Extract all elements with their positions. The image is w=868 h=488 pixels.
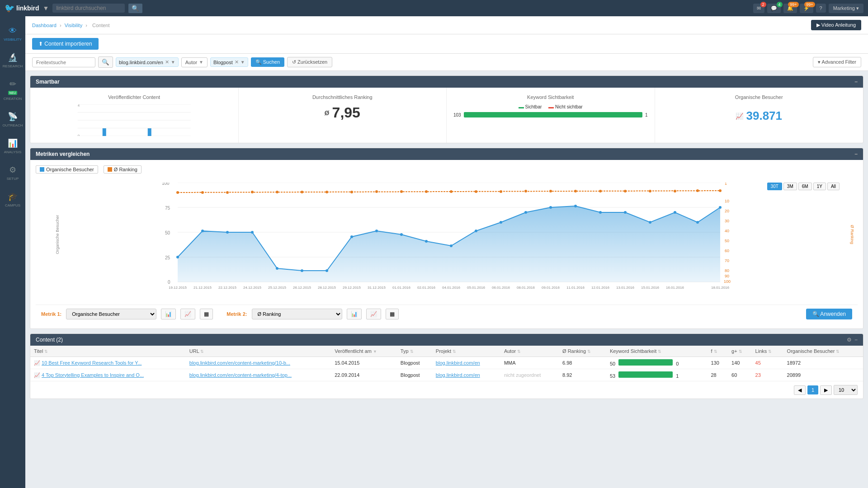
sort-titel-icon[interactable]: ⇅ — [44, 349, 48, 354]
reset-button[interactable]: ↺ Zurücksetzen — [287, 57, 332, 67]
chat-notifications-button[interactable]: 💬 4 — [767, 4, 781, 13]
bell-notifications-button[interactable]: 🔔 99+ — [783, 4, 797, 13]
sort-autor-icon[interactable]: ⇅ — [517, 349, 521, 354]
projekt-link-0[interactable]: blog.linkbird.com/en — [436, 360, 480, 366]
sidebar-item-creation[interactable]: ✏ NEU CREATION — [0, 74, 25, 106]
content-collapse-button[interactable]: − — [854, 337, 858, 343]
svg-point-82 — [696, 189, 699, 192]
content-area: Dashboard › Visibility › Content ▶ Video… — [25, 16, 868, 488]
content-section: Content (2) ⚙ − Titel ⇅ URL ⇅ Veröffentl… — [30, 333, 863, 399]
freitext-search-input[interactable] — [32, 57, 95, 67]
time-btn-3m[interactable]: 3M — [783, 183, 797, 190]
projekt-link-1[interactable]: blog.linkbird.com/en — [436, 372, 480, 378]
content-import-button[interactable]: ⬆ Content importieren — [32, 38, 99, 50]
sort-projekt-icon[interactable]: ⇅ — [453, 349, 456, 354]
svg-text:12.01.2016: 12.01.2016 — [591, 286, 610, 290]
domain-filter-tag[interactable]: blog.linkbird.com/en ✕ ▼ — [116, 57, 179, 67]
kw-legend: Sichtbar Nicht sichtbar — [453, 104, 648, 109]
advanced-filter-button[interactable]: ▾ Advanced Filter — [813, 57, 861, 67]
metrik2-line-chart-button[interactable]: 📈 — [366, 309, 381, 319]
sidebar-item-setup[interactable]: ⚙ SETUP — [0, 160, 25, 186]
lightning-notifications-button[interactable]: ⚡ 99+ — [800, 4, 813, 13]
sort-fb-icon[interactable]: ⇅ — [714, 349, 717, 354]
prev-page-button[interactable]: ◀ — [794, 385, 806, 395]
global-search-button[interactable]: 🔍 — [128, 4, 142, 13]
svg-point-81 — [674, 190, 676, 192]
sort-date-icon[interactable]: ▼ — [373, 349, 377, 354]
sort-ranking-icon[interactable]: ⇅ — [587, 349, 591, 354]
time-btn-30t[interactable]: 30T — [767, 183, 782, 190]
time-btn-all[interactable]: All — [827, 183, 840, 190]
logo-text: linkbird — [16, 5, 39, 12]
sidebar-item-analysis[interactable]: 📊 ANALYSIS — [0, 133, 25, 160]
sidebar-item-research[interactable]: 🔬 RESEARCH — [0, 47, 25, 74]
typ-filter-remove[interactable]: ✕ — [235, 59, 239, 65]
sidebar-item-outreach[interactable]: 📡 OUTREACH — [0, 106, 25, 133]
titel-link-1[interactable]: 4 Top Storytelling Examples to Inspire a… — [42, 372, 144, 378]
anwenden-button[interactable]: 🔍 Anwenden — [806, 309, 852, 319]
metrik1-line-chart-button[interactable]: 📈 — [180, 309, 195, 319]
current-page-button[interactable]: 1 — [807, 385, 818, 394]
setup-icon: ⚙ — [9, 165, 16, 175]
metriken-title: Metriken vergleichen — [36, 151, 90, 157]
help-button[interactable]: ? — [816, 4, 826, 13]
sort-gplus-icon[interactable]: ⇅ — [739, 349, 742, 354]
time-btn-1y[interactable]: 1Y — [813, 183, 826, 190]
domain-filter-arrow[interactable]: ▼ — [171, 60, 175, 65]
typ-filter-arrow[interactable]: ▼ — [241, 60, 245, 65]
url-link-1[interactable]: blog.linkbird.com/en/content-marketing/4… — [189, 372, 292, 378]
sidebar-item-visibility[interactable]: 👁 VISIBILITY — [0, 21, 25, 47]
breadcrumb-dashboard[interactable]: Dashboard — [32, 23, 57, 28]
autor-filter[interactable]: Autor ▼ — [181, 57, 208, 67]
metrik2-select[interactable]: Ø RankingOrganische BesucherSichtbarkeit — [252, 309, 342, 319]
svg-point-62 — [201, 191, 204, 194]
avg-ranking-number: 7,95 — [332, 104, 360, 121]
user-menu-button[interactable]: Marketing ▾ — [829, 4, 863, 13]
avg-ranking-cell: Durchschnittliches Ranking ø 7,95 — [239, 88, 447, 143]
sort-links-icon[interactable]: ⇅ — [768, 349, 772, 354]
domain-filter-remove[interactable]: ✕ — [165, 59, 169, 65]
smartbar-header: Smartbar − — [30, 76, 863, 88]
sort-organic-icon[interactable]: ⇅ — [836, 349, 840, 354]
filter-icon[interactable]: ▼ — [43, 5, 49, 12]
global-search-input[interactable] — [52, 4, 125, 13]
kw-extra-1: 1 — [676, 373, 679, 379]
svg-point-83 — [719, 189, 722, 192]
topbar: 🐦 linkbird ▼ 🔍 ✉ 2 💬 4 🔔 99+ ⚡ 99+ ? Mar… — [0, 0, 868, 16]
metrik1-area-chart-button[interactable]: ▦ — [200, 309, 213, 319]
time-btn-6m[interactable]: 6M — [798, 183, 812, 190]
sort-url-icon[interactable]: ⇅ — [200, 349, 204, 354]
metrik2-area-chart-button[interactable]: ▦ — [386, 309, 399, 319]
sidebar-item-campus[interactable]: 🎓 CAMPUS — [0, 186, 25, 213]
page-size-select[interactable]: 10 25 50 100 — [834, 385, 858, 395]
typ-filter-tag[interactable]: Blogpost ✕ ▼ — [210, 57, 248, 67]
new-badge: NEU — [8, 91, 18, 95]
organic-number: 39.871 — [746, 109, 782, 123]
email-notifications-button[interactable]: ✉ 2 — [753, 4, 764, 13]
url-link-0[interactable]: blog.linkbird.com/en/content-marketing/1… — [189, 360, 290, 366]
titel-link-0[interactable]: 10 Best Free Keyword Research Tools for … — [42, 360, 142, 366]
search-button[interactable]: 🔍 Suchen — [251, 57, 284, 67]
metrik2-bar-chart-button[interactable]: 📊 — [347, 309, 362, 319]
cell-ranking-1: 8.92 — [559, 369, 606, 381]
svg-text:19.12.2015: 19.12.2015 — [169, 286, 187, 290]
settings-icon[interactable]: ⚙ — [847, 337, 852, 343]
metriken-collapse-button[interactable]: − — [854, 151, 858, 157]
cell-gplus-1: 60 — [728, 369, 752, 381]
svg-point-63 — [226, 191, 229, 194]
video-anleitung-button[interactable]: ▶ Video Anleitung — [811, 20, 861, 30]
svg-point-53 — [574, 205, 577, 207]
breadcrumb-visibility[interactable]: Visibility — [65, 23, 83, 28]
th-typ: Typ ⇅ — [397, 346, 432, 357]
sort-kw-icon[interactable]: ⇅ — [658, 349, 661, 354]
metrik1-select[interactable]: Organische BesucherRankingSichtbarkeit — [66, 309, 156, 319]
cell-ranking-0: 6.98 — [559, 357, 606, 369]
svg-text:10: 10 — [725, 199, 729, 203]
svg-text:90: 90 — [725, 274, 729, 278]
metrik1-bar-chart-button[interactable]: 📊 — [161, 309, 176, 319]
next-page-button[interactable]: ▶ — [820, 385, 832, 395]
sort-typ-icon[interactable]: ⇅ — [410, 349, 414, 354]
freitext-search-button[interactable]: 🔍 — [98, 56, 113, 68]
legend-organische: Organische Besucher — [36, 165, 98, 174]
smartbar-collapse-button[interactable]: − — [854, 79, 858, 85]
